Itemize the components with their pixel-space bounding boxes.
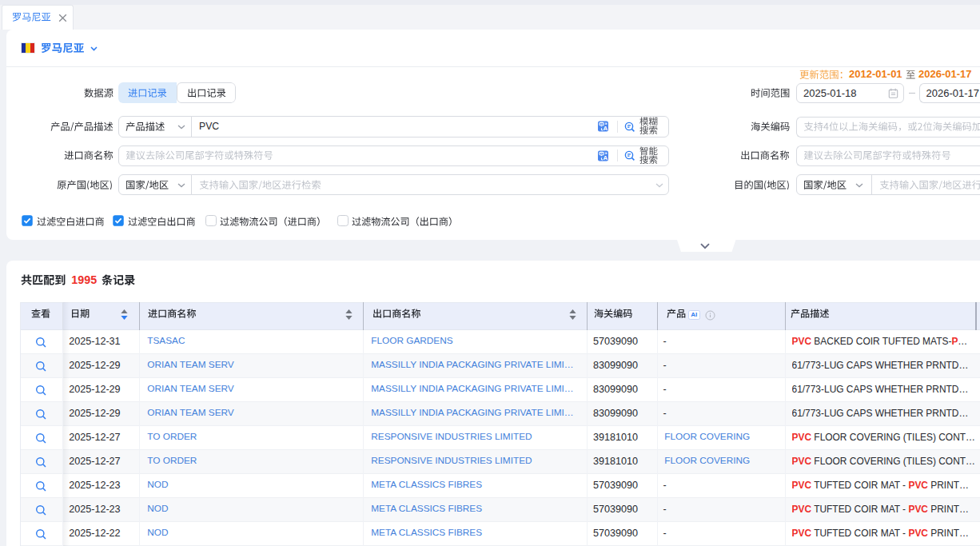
svg-text:A: A [604, 125, 608, 132]
svg-text:A: A [604, 154, 608, 161]
